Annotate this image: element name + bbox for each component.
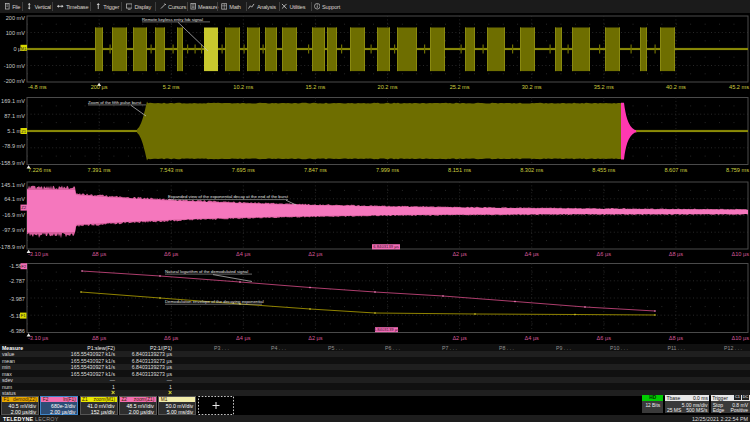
- svg-text:Z1: Z1: [21, 129, 27, 134]
- svg-text:7.543 ms: 7.543 ms: [160, 167, 183, 173]
- svg-text:Δ8 µs: Δ8 µs: [92, 251, 107, 257]
- svg-text:40.2 ms: 40.2 ms: [666, 84, 686, 90]
- svg-text:Z2: Z2: [21, 205, 27, 210]
- svg-text:30.2 ms: 30.2 ms: [522, 84, 542, 90]
- svg-text:-78.9 mV: -78.9 mV: [2, 143, 25, 149]
- svg-text:169.1 mV: 169.1 mV: [1, 98, 25, 104]
- svg-text:Remote keyless entry fob signa: Remote keyless entry fob signal: [142, 17, 203, 22]
- svg-text:7.695 ms: 7.695 ms: [232, 167, 255, 173]
- svg-text:45.2 ms: 45.2 ms: [729, 84, 749, 90]
- svg-text:-200 mV: -200 mV: [4, 78, 25, 84]
- svg-text:F1: F1: [21, 313, 27, 318]
- svg-text:7.999 ms: 7.999 ms: [376, 167, 399, 173]
- svg-text:-3.987: -3.987: [9, 296, 25, 302]
- svg-text:200 mV: 200 mV: [6, 15, 26, 21]
- svg-text:Δ4 µs: Δ4 µs: [524, 251, 539, 257]
- svg-text:M1: M1: [21, 46, 27, 51]
- svg-text:Δ6 µs: Δ6 µs: [597, 251, 612, 257]
- svg-text:15.2 ms: 15.2 ms: [305, 84, 325, 90]
- svg-text:5.2 ms: 5.2 ms: [163, 84, 180, 90]
- svg-text:-3.10 µs: -3.10 µs: [28, 251, 49, 257]
- svg-text:Δ6 µs: Δ6 µs: [597, 335, 612, 341]
- svg-text:-100 mV: -100 mV: [4, 63, 25, 69]
- svg-text:Δ6 µs: Δ6 µs: [164, 251, 179, 257]
- svg-text:-3.10 µs: -3.10 µs: [28, 335, 49, 341]
- svg-text:Natural logarithm of the demod: Natural logarithm of the demodulated sig…: [165, 269, 248, 274]
- svg-text:200 µs: 200 µs: [91, 84, 108, 90]
- svg-text:Δ2 µs: Δ2 µs: [308, 251, 323, 257]
- svg-text:Δ2 µs: Δ2 µs: [452, 335, 467, 341]
- svg-text:Δ10 µs: Δ10 µs: [731, 335, 749, 341]
- svg-text:87.1 mV: 87.1 mV: [4, 113, 25, 119]
- svg-text:Δ4 µs: Δ4 µs: [524, 335, 539, 341]
- svg-text:Δ2 µs: Δ2 µs: [452, 251, 467, 257]
- svg-text:-2.787: -2.787: [9, 278, 25, 284]
- svg-text:6.8403139 µs: 6.8403139 µs: [374, 327, 399, 332]
- svg-text:25.2 ms: 25.2 ms: [450, 84, 470, 90]
- svg-text:F2: F2: [21, 264, 27, 269]
- svg-text:Δ4 µs: Δ4 µs: [236, 251, 251, 257]
- svg-text:8.455 ms: 8.455 ms: [592, 167, 615, 173]
- svg-text:64.1 mV: 64.1 mV: [4, 196, 25, 202]
- svg-text:100 mV: 100 mV: [6, 30, 26, 36]
- svg-text:-178.9 mV: -178.9 mV: [0, 244, 25, 250]
- svg-text:Expanded view of the exponenti: Expanded view of the exponential decay a…: [168, 194, 289, 199]
- svg-text:-6.386: -6.386: [9, 328, 25, 334]
- svg-text:Δ8 µs: Δ8 µs: [669, 251, 684, 257]
- svg-text:7.391 ms: 7.391 ms: [88, 167, 111, 173]
- svg-text:Δ2 µs: Δ2 µs: [308, 335, 323, 341]
- svg-text:35.2 ms: 35.2 ms: [594, 84, 614, 90]
- svg-text:8.607 ms: 8.607 ms: [664, 167, 687, 173]
- svg-text:10.2 ms: 10.2 ms: [233, 84, 253, 90]
- svg-text:-97.9 mV: -97.9 mV: [2, 227, 25, 233]
- svg-text:Δ8 µs: Δ8 µs: [669, 335, 684, 341]
- svg-text:Δ6 µs: Δ6 µs: [164, 335, 179, 341]
- svg-text:-158.9 mV: -158.9 mV: [0, 160, 25, 166]
- svg-text:7.226 ms: 7.226 ms: [28, 167, 51, 173]
- svg-text:8.302 ms: 8.302 ms: [520, 167, 543, 173]
- svg-text:Δ4 µs: Δ4 µs: [236, 335, 251, 341]
- svg-text:-16.9 mV: -16.9 mV: [2, 212, 25, 218]
- svg-text:Δ10 µs: Δ10 µs: [731, 251, 749, 257]
- svg-text:8.151 ms: 8.151 ms: [448, 167, 471, 173]
- svg-text:8.759 ms: 8.759 ms: [726, 167, 749, 173]
- svg-text:-4.8 ms: -4.8 ms: [28, 84, 47, 90]
- svg-text:7.847 ms: 7.847 ms: [304, 167, 327, 173]
- svg-text:20.2 ms: 20.2 ms: [378, 84, 398, 90]
- svg-text:Zoom of the fifth pulse burst: Zoom of the fifth pulse burst: [88, 100, 142, 105]
- svg-text:6.8403139 µs: 6.8403139 µs: [373, 244, 398, 249]
- svg-text:145.1 mV: 145.1 mV: [1, 182, 25, 188]
- svg-text:Δ8 µs: Δ8 µs: [92, 335, 107, 341]
- svg-text:Demodulation envelope of the d: Demodulation envelope of the decaying ex…: [165, 299, 264, 304]
